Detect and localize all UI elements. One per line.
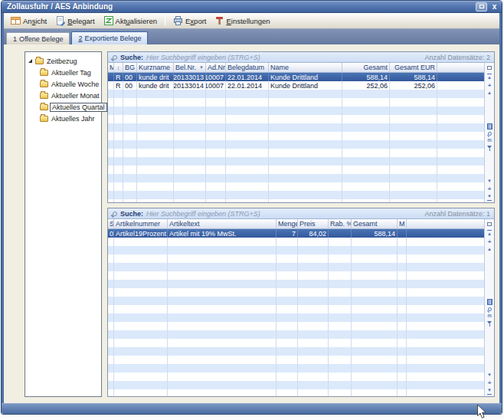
search-placeholder[interactable]: Hier Suchbegriff eingeben (STRG+S) <box>146 210 260 218</box>
scroll-first-icon[interactable]: ▲ <box>487 74 492 80</box>
page-content: Zeitbezug Aktueller Tag Aktuelle Woche A… <box>4 44 499 403</box>
col-header-adnr[interactable]: Ad.Nr. <box>206 63 226 72</box>
numbers-icon[interactable]: 86 <box>487 313 492 319</box>
expand-icon[interactable]: + <box>488 380 492 386</box>
export-printer-icon <box>173 16 183 25</box>
expand-icon[interactable]: + <box>488 186 492 192</box>
col-header-kurzname[interactable]: Kurzname <box>137 63 174 72</box>
columns-icon[interactable] <box>487 299 493 305</box>
scroll-down-icon[interactable]: ▼ <box>487 372 492 378</box>
scroll-last-icon[interactable]: ▼ <box>487 194 492 201</box>
positions-search-bar[interactable]: Suche: Hier Suchbegriff eingeben (STRG+S… <box>108 208 494 219</box>
sort-desc-icon: ▼ <box>199 65 204 70</box>
restore-window-button[interactable] <box>476 2 487 11</box>
time-filter-tree: Zeitbezug Aktueller Tag Aktuelle Woche A… <box>25 51 102 397</box>
column-divider <box>407 238 484 396</box>
column-divider <box>168 238 277 396</box>
column-divider <box>390 90 437 202</box>
col-header-m[interactable]: M <box>398 219 407 228</box>
grid-search-icon[interactable] <box>488 132 492 136</box>
scroll-first-icon[interactable]: ▲ <box>487 230 492 237</box>
expand-icon[interactable]: + <box>488 239 492 244</box>
folder-icon <box>40 104 48 110</box>
col-header-gesamt-eur[interactable]: Gesamt EUR <box>390 63 437 72</box>
tab-exportierte-belege[interactable]: 2 Exportierte Belege <box>71 31 148 44</box>
filter-icon[interactable] <box>487 321 492 326</box>
view-layout-icon <box>11 16 21 25</box>
selected-tree-item: Aktuelles Quartal <box>50 103 107 112</box>
scroll-up-icon[interactable]: ▲ <box>487 247 492 252</box>
column-divider <box>114 90 123 202</box>
refresh-icon <box>104 16 113 25</box>
scroll-up-icon[interactable]: ▲ <box>487 90 492 96</box>
columns-icon[interactable] <box>487 123 493 130</box>
col-header-belnr[interactable]: Bel.Nr.▼ <box>174 63 206 72</box>
tab-label: Exportierte Belege <box>84 34 141 42</box>
tree-item-aktueller-tag[interactable]: Aktueller Tag <box>25 67 101 78</box>
col-header-filler <box>437 63 484 72</box>
column-chooser-icon[interactable] <box>487 222 492 226</box>
col-header-gesamt[interactable]: Gesamt <box>352 219 398 228</box>
col-header-preis[interactable]: Preis <box>298 219 329 228</box>
documents-header-row: M ↕ BG Kurzname Bel.Nr.▼ Ad.Nr. Belegdat… <box>108 63 484 73</box>
col-header-s[interactable]: S <box>108 219 114 228</box>
tree-item-zeitbezug[interactable]: Zeitbezug <box>25 55 101 67</box>
aktualisieren-button[interactable]: Aktualisieren <box>100 15 161 27</box>
documents-table: M ↕ BG Kurzname Bel.Nr.▼ Ad.Nr. Belegdat… <box>108 63 484 202</box>
col-header-artikeltext[interactable]: Artikeltext <box>168 219 277 228</box>
col-header-rabatt[interactable]: Rab. % <box>329 219 352 228</box>
einstellungen-button[interactable]: Einstellungen <box>211 15 273 27</box>
col-header-bg[interactable]: BG <box>123 63 137 72</box>
documents-grid: Suche: Hier Suchbegriff eingeben (STRG+S… <box>107 51 495 203</box>
position-row-selected[interactable]: 0 Artikel19Prozent Artikel mit 19% MwSt.… <box>108 229 484 238</box>
col-header-gesamt[interactable]: Gesamt <box>342 63 390 72</box>
positions-grid: Suche: Hier Suchbegriff eingeben (STRG+S… <box>107 208 495 397</box>
restore-icon <box>479 5 484 8</box>
column-divider <box>137 90 174 202</box>
grid-search-icon[interactable] <box>488 307 492 311</box>
toolbar-separator <box>165 15 165 26</box>
document-row[interactable]: R 00 kunde drit 20133014 10007 22.01.201… <box>108 81 484 90</box>
col-header-belegdatum[interactable]: Belegdatum <box>226 63 269 72</box>
tab-label: Offene Belege <box>19 35 63 43</box>
grid-empty-area <box>108 90 484 202</box>
tree-item-aktuelles-quartal[interactable]: Aktuelles Quartal <box>25 101 101 113</box>
document-row-selected[interactable]: R 00 kunde drit 20133013 10007 22.01.201… <box>108 73 484 81</box>
col-header-flag[interactable]: ↕ <box>114 63 123 72</box>
tree-item-aktuelle-woche[interactable]: Aktuelle Woche <box>25 78 101 90</box>
expand-icon[interactable]: + <box>488 83 492 88</box>
belegart-button[interactable]: Belegart <box>52 15 98 28</box>
search-icon <box>113 212 117 216</box>
column-divider <box>269 90 342 202</box>
tree-item-aktuelles-jahr[interactable]: Aktuelles Jahr <box>25 113 101 124</box>
tree-expander-icon[interactable] <box>28 59 32 63</box>
title-bar[interactable]: Zollausfuhr / AES Anbindung x <box>2 1 502 13</box>
folder-icon <box>40 81 48 87</box>
folder-icon <box>35 58 44 64</box>
close-window-button[interactable]: x <box>490 2 499 11</box>
scroll-down-icon[interactable]: ▼ <box>487 179 492 184</box>
positions-grid-sidebar: ▲ + ▲ 86 ▼ <box>484 219 494 396</box>
tab-offene-belege[interactable]: 1 Offene Belege <box>6 32 70 44</box>
scroll-last-icon[interactable]: ▼ <box>487 388 492 395</box>
numbers-icon[interactable]: 86 <box>487 138 492 143</box>
col-header-name[interactable]: Name <box>269 63 342 72</box>
filter-icon[interactable] <box>487 146 492 151</box>
search-placeholder[interactable]: Hier Suchbegriff eingeben (STRG+S) <box>146 54 260 61</box>
tree-item-aktueller-monat[interactable]: Aktueller Monat <box>25 90 101 101</box>
record-count: Anzahl Datensätze: 2 <box>424 54 490 61</box>
documents-search-bar[interactable]: Suche: Hier Suchbegriff eingeben (STRG+S… <box>108 52 494 63</box>
positions-table: S Artikelnummer Artikeltext Menge Preis … <box>108 219 484 396</box>
col-header-artikelnummer[interactable]: Artikelnummer <box>114 219 168 228</box>
window-bottom-frame <box>2 403 502 414</box>
mouse-cursor <box>476 404 486 419</box>
column-chooser-icon[interactable] <box>487 66 492 70</box>
export-button[interactable]: Export <box>169 15 210 27</box>
window-title: Zollausfuhr / AES Anbindung <box>7 2 113 11</box>
col-header-menge[interactable]: Menge <box>277 219 298 228</box>
column-divider <box>329 238 352 396</box>
tab-strip: 1 Offene Belege 2 Exportierte Belege <box>4 29 499 44</box>
col-header-m[interactable]: M <box>108 63 114 72</box>
ansicht-button[interactable]: Ansicht <box>7 15 51 27</box>
column-divider <box>342 90 390 202</box>
